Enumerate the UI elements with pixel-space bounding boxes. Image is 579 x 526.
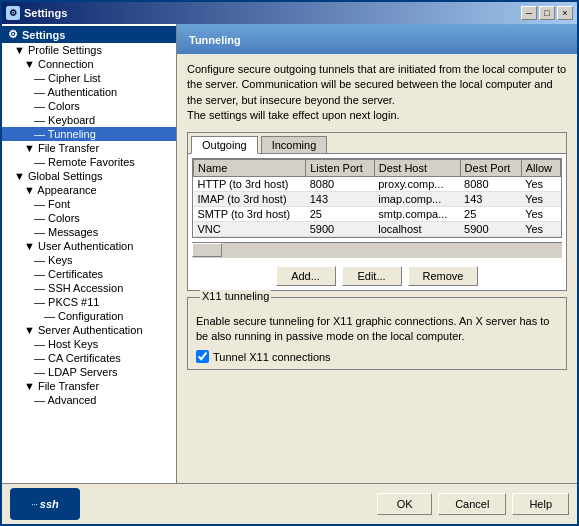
main-content: ⚙ Settings ▼ Profile Settings▼ Connectio… [2,24,577,483]
table-row[interactable]: VNC5900localhost5900Yes [194,221,561,236]
add-button[interactable]: Add... [276,266,336,286]
x11-checkbox[interactable] [196,350,209,363]
sidebar-item-8[interactable]: — Remote Favorites [2,155,176,169]
col-dest-host: Dest Host [374,159,460,176]
ok-button[interactable]: OK [377,493,432,515]
sidebar-item-10[interactable]: ▼ Appearance [2,183,176,197]
sidebar-title: ⚙ [8,28,18,41]
x11-checkbox-row: Tunnel X11 connections [196,350,558,363]
sidebar-item-25[interactable]: — Advanced [2,393,176,407]
ssh-logo: ··· ssh [10,488,80,520]
sidebar-item-label: ▼ User Authentication [24,240,133,252]
sidebar-item-14[interactable]: ▼ User Authentication [2,239,176,253]
sidebar-item-6[interactable]: — Tunneling [2,127,176,141]
col-dest-port: Dest Port [460,159,521,176]
table-cell: 5900 [460,221,521,236]
table-row[interactable]: HTTP (to 3rd host)8080proxy.comp...8080Y… [194,176,561,191]
sidebar-item-23[interactable]: — LDAP Servers [2,365,176,379]
logo-text: ssh [40,498,59,510]
sidebar-item-17[interactable]: — SSH Accession [2,281,176,295]
logo-dots: ··· [31,500,38,509]
col-allow: Allow [521,159,560,176]
sidebar-item-label: — Authentication [34,86,117,98]
panel-description: Configure secure outgoing tunnels that a… [187,62,567,124]
minimize-button[interactable]: ─ [521,6,537,20]
edit-button[interactable]: Edit... [342,266,402,286]
window-title: Settings [24,7,67,19]
sidebar-item-12[interactable]: — Colors [2,211,176,225]
sidebar-tree: ▼ Profile Settings▼ Connection— Cipher L… [2,43,176,407]
sidebar-item-label: — Cipher List [34,72,101,84]
table-cell: IMAP (to 3rd host) [194,191,306,206]
table-cell: 8080 [460,176,521,191]
table-cell: 25 [460,206,521,221]
table-cell: Yes [521,221,560,236]
sidebar-item-label: — Colors [34,100,80,112]
sidebar-item-16[interactable]: — Certificates [2,267,176,281]
table-cell: smtp.compa... [374,206,460,221]
table-cell: HTTP (to 3rd host) [194,176,306,191]
panel-body: Configure secure outgoing tunnels that a… [177,54,577,483]
right-panel: Tunneling Configure secure outgoing tunn… [177,24,577,483]
table-row[interactable]: IMAP (to 3rd host)143imap.comp...143Yes [194,191,561,206]
sidebar-item-22[interactable]: — CA Certificates [2,351,176,365]
sidebar-item-2[interactable]: — Cipher List [2,71,176,85]
tab-container: OutgoingIncoming NameListen PortDest Hos… [187,132,567,291]
table-cell: VNC [194,221,306,236]
sidebar-item-19[interactable]: — Configuration [2,309,176,323]
sidebar-item-label: — Host Keys [34,338,98,350]
sidebar-item-label: — Certificates [34,268,103,280]
table-cell: 8080 [306,176,375,191]
sidebar-item-label: — Advanced [34,394,96,406]
sidebar-item-1[interactable]: ▼ Connection [2,57,176,71]
horizontal-scrollbar[interactable] [192,242,562,258]
sidebar-item-7[interactable]: ▼ File Transfer [2,141,176,155]
scrollbar-thumb[interactable] [192,243,222,257]
table-cell: 25 [306,206,375,221]
col-listen-port: Listen Port [306,159,375,176]
sidebar-item-label: ▼ File Transfer [24,380,99,392]
close-button[interactable]: × [557,6,573,20]
sidebar-item-label: — Keyboard [34,114,95,126]
tab-incoming[interactable]: Incoming [261,136,328,153]
sidebar-item-18[interactable]: — PKCS #11 [2,295,176,309]
table-cell: Yes [521,206,560,221]
sidebar-item-15[interactable]: — Keys [2,253,176,267]
sidebar-item-20[interactable]: ▼ Server Authentication [2,323,176,337]
sidebar-item-9[interactable]: ▼ Global Settings [2,169,176,183]
panel-title: Tunneling [189,34,241,46]
settings-window: ⚙ Settings ─ □ × ⚙ Settings ▼ Profile Se… [0,0,579,526]
x11-checkbox-label: Tunnel X11 connections [213,351,331,363]
table-cell: Yes [521,176,560,191]
table-row[interactable]: SMTP (to 3rd host)25smtp.compa...25Yes [194,206,561,221]
sidebar-item-label: ▼ File Transfer [24,142,99,154]
sidebar: ⚙ Settings ▼ Profile Settings▼ Connectio… [2,24,177,483]
sidebar-item-label: ▼ Appearance [24,184,97,196]
sidebar-item-label: — Configuration [44,310,124,322]
title-bar: ⚙ Settings ─ □ × [2,2,577,24]
table-body: HTTP (to 3rd host)8080proxy.comp...8080Y… [194,176,561,236]
table-button-row: Add... Edit... Remove [188,262,566,290]
help-button[interactable]: Help [512,493,569,515]
sidebar-item-5[interactable]: — Keyboard [2,113,176,127]
tab-outgoing[interactable]: Outgoing [191,136,258,154]
table-cell: localhost [374,221,460,236]
cancel-button[interactable]: Cancel [438,493,506,515]
x11-description: Enable secure tunneling for X11 graphic … [196,314,558,345]
col-name: Name [194,159,306,176]
remove-button[interactable]: Remove [408,266,479,286]
tunnel-table: NameListen PortDest HostDest PortAllow H… [193,159,561,237]
maximize-button[interactable]: □ [539,6,555,20]
table-cell: imap.comp... [374,191,460,206]
sidebar-item-21[interactable]: — Host Keys [2,337,176,351]
sidebar-item-4[interactable]: — Colors [2,99,176,113]
x11-section: X11 tunneling Enable secure tunneling fo… [187,297,567,371]
sidebar-item-label: — LDAP Servers [34,366,118,378]
bottom-bar: ··· ssh OK Cancel Help [2,483,577,524]
sidebar-item-11[interactable]: — Font [2,197,176,211]
sidebar-item-0[interactable]: ▼ Profile Settings [2,43,176,57]
sidebar-item-24[interactable]: ▼ File Transfer [2,379,176,393]
sidebar-item-3[interactable]: — Authentication [2,85,176,99]
table-cell: 143 [460,191,521,206]
sidebar-item-13[interactable]: — Messages [2,225,176,239]
